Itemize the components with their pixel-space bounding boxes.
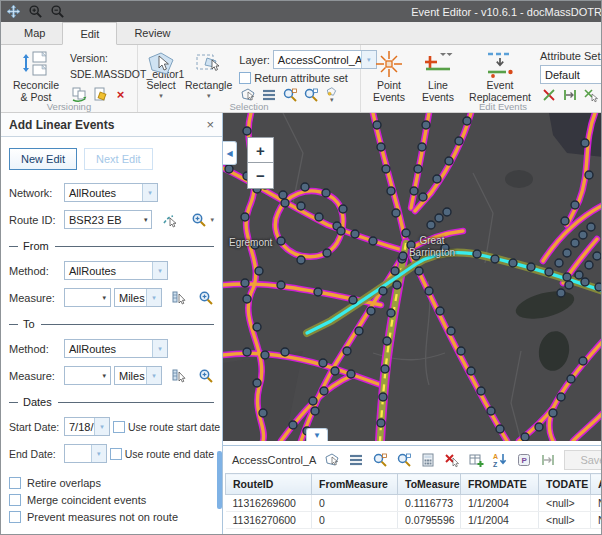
from-units-arrow-icon[interactable]: ▾ [146,289,161,306]
to-method-arrow-icon[interactable]: ▾ [152,340,167,357]
event-replacement-button[interactable]: Event Replacement [465,48,535,105]
attribute-set-dropdown[interactable]: Default ▾ [540,65,601,84]
zoom-to-to-measure-icon[interactable] [198,368,214,384]
collapse-table-icon[interactable]: ▼ [306,428,328,441]
ribbon-section-edit-events: Point Events Line Events Event R [361,45,601,112]
line-events-button[interactable]: Line Events [416,48,460,105]
table-cell[interactable]: 11316270600 [226,512,312,529]
zoom-out-icon[interactable] [50,4,65,19]
route-id-combo[interactable]: BSR23 EB ▾ [64,210,152,229]
reconcile-post-button[interactable]: Reconcile & Post [7,48,65,105]
column-header-fromdate[interactable]: FROMDATE [461,474,539,495]
close-icon[interactable]: × [206,117,214,132]
network-dropdown-arrow-icon[interactable]: ▾ [142,184,157,201]
merge-coincident-events-checkbox[interactable] [9,494,21,506]
tab-map[interactable]: Map [7,22,62,44]
table-list-icon[interactable] [348,452,364,468]
new-edit-button[interactable]: New Edit [9,148,77,170]
table-cell[interactable]: 0 [312,512,398,529]
table-row[interactable]: 1131626960000.11167731/1/2004<null>N [226,495,602,512]
table-cell[interactable]: 1/1/2004 [461,512,539,529]
table-cell[interactable]: N [591,495,602,512]
pick-to-measure-icon[interactable] [171,368,187,384]
zoom-to-route-icon[interactable] [191,212,207,228]
table-cell[interactable]: <null> [539,512,591,529]
to-method-dropdown[interactable]: AllRoutes ▾ [64,339,168,358]
tab-review[interactable]: Review [117,22,187,44]
column-header-todate[interactable]: TODATE [539,474,591,495]
map-zoom-out-button[interactable]: − [247,163,274,189]
tab-edit[interactable]: Edit [62,22,117,45]
table-calculate-icon[interactable] [420,452,436,468]
from-method-dropdown[interactable]: AllRoutes ▾ [64,261,168,280]
rectangle-caret-icon[interactable]: ▾ [207,92,211,99]
from-method-arrow-icon[interactable]: ▾ [152,262,167,279]
table-cell[interactable]: 0.0795596 [398,512,461,529]
end-date-arrow-icon[interactable]: ▾ [91,445,106,462]
column-header-routeid[interactable]: RouteID [226,474,312,495]
select-caret-icon[interactable]: ▾ [159,92,163,99]
to-measure-combo[interactable]: ▾ [64,366,111,385]
pick-from-measure-icon[interactable] [171,290,187,306]
zoom-route-caret-icon[interactable]: ▾ [210,216,214,223]
end-date-label: End Date: [9,448,61,460]
from-measure-combo[interactable]: ▾ [64,288,111,307]
map-canvas[interactable]: Egremont Great Barrington + − ◀ ▼ [223,113,601,441]
table-cell[interactable]: <null> [539,495,591,512]
table-header-row: RouteIDFromMeasureToMeasureFROMDATETODAT… [226,474,602,495]
end-date-input[interactable]: ▾ [64,444,107,463]
table-row[interactable]: 1131627060000.07955961/1/2004<null>N [226,512,602,529]
select-button[interactable]: Select ▾ [144,48,178,100]
return-attribute-set-checkbox[interactable] [239,72,251,84]
use-route-end-date-checkbox[interactable] [110,448,122,460]
route-id-arrow-icon[interactable]: ▾ [140,216,152,224]
use-route-start-date-checkbox[interactable] [113,421,125,433]
to-method-value: AllRoutes [65,343,152,355]
panel-scrollbar[interactable] [217,451,222,509]
from-measure-arrow-icon[interactable]: ▾ [98,294,110,302]
table-cell[interactable]: 11316269600 [226,495,312,512]
zoom-to-from-measure-icon[interactable] [198,290,214,306]
point-events-button[interactable]: Point Events [367,48,411,105]
table-select-shape-icon[interactable] [324,452,340,468]
start-date-input[interactable]: 7/18/ ▾ [64,417,110,436]
column-header-tomeasure[interactable]: ToMeasure [398,474,461,495]
network-dropdown[interactable]: AllRoutes ▾ [64,183,158,202]
table-sort-icon[interactable]: AZ [492,452,508,468]
retire-overlaps-checkbox[interactable] [9,477,21,489]
table-cell[interactable]: 0.1116773 [398,495,461,512]
return-attribute-set-label: Return attribute set [254,72,348,84]
table-cell[interactable]: 0 [312,495,398,512]
table-cell[interactable]: N [591,512,602,529]
rectangle-select-button[interactable]: Rectangle ▾ [183,48,234,100]
column-header-ac[interactable]: AC [591,474,602,495]
collapse-panel-icon[interactable]: ◀ [223,141,237,165]
start-date-arrow-icon[interactable]: ▾ [94,418,109,435]
reconcile-icon[interactable] [70,86,87,102]
to-measure-arrow-icon[interactable]: ▾ [98,372,110,380]
map-layers [223,113,601,441]
zoom-in-icon[interactable] [28,4,43,19]
to-units-arrow-icon[interactable]: ▾ [146,367,161,384]
prevent-measures-checkbox[interactable] [9,511,21,523]
from-units-dropdown[interactable]: Miles ▾ [114,288,162,307]
table-delete-record-icon[interactable] [444,452,460,468]
next-edit-button[interactable]: Next Edit [84,148,153,170]
pan-icon[interactable] [6,4,21,19]
select-route-on-map-icon[interactable] [162,212,178,228]
map-zoom-in-button[interactable]: + [247,137,274,163]
map-zoom-control: + − [247,137,274,189]
save-button[interactable]: Save [564,450,601,470]
table-zoom-to-icon[interactable] [372,452,388,468]
table-add-record-icon[interactable] [468,452,484,468]
column-header-frommeasure[interactable]: FromMeasure [312,474,398,495]
table-cell[interactable]: 1/1/2004 [461,495,539,512]
table-pan-to-icon[interactable] [396,452,412,468]
use-route-start-date-label: Use route start date [128,421,220,433]
add-linear-events-panel: Add Linear Events × New Edit Next Edit N… [1,113,223,534]
new-version-icon[interactable] [91,86,108,102]
table-offset-icon[interactable] [540,452,556,468]
table-identify-icon[interactable]: P [516,452,532,468]
delete-version-icon[interactable]: × [112,86,129,102]
to-units-dropdown[interactable]: Miles ▾ [114,366,162,385]
